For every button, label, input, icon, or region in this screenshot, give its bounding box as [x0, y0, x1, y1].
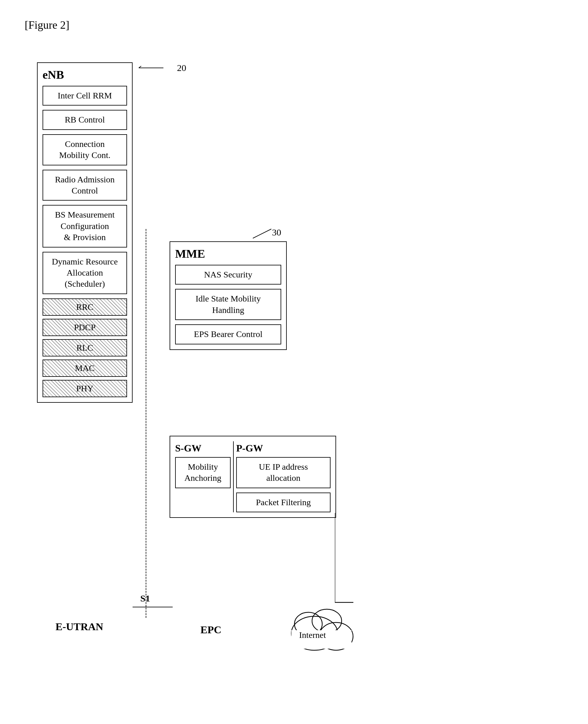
page: [Figure 2] 20 eNB Inter Cell RRM RB Cont…	[0, 0, 588, 724]
diagram-area: 20 eNB Inter Cell RRM RB Control Connect…	[25, 50, 563, 698]
enb-container: eNB Inter Cell RRM RB Control Connection…	[37, 62, 132, 403]
enb-func-mac: MAC	[43, 360, 127, 377]
s1-label: S1	[140, 593, 150, 604]
svg-line-3	[253, 229, 271, 238]
ref-30-area: 30	[253, 226, 290, 243]
mme-label: MME	[175, 247, 281, 260]
pgw-func-packet-filtering: Packet Filtering	[236, 492, 331, 512]
pgw-label: P-GW	[236, 443, 331, 454]
enb-label: eNB	[43, 68, 127, 81]
mme-func-idle-state-mobility: Idle State MobilityHandling	[175, 289, 281, 320]
s1-interface-line	[146, 229, 146, 618]
sgw-column: S-GW MobilityAnchoring	[175, 441, 234, 512]
pgw-func-ue-ip: UE IP addressallocation	[236, 457, 331, 488]
enb-func-pdcp: PDCP	[43, 319, 127, 336]
internet-cloud-svg	[290, 602, 361, 652]
epc-internet-line	[335, 513, 359, 608]
svg-point-7	[312, 609, 342, 632]
sgw-label: S-GW	[175, 443, 231, 454]
enb-func-rlc: RLC	[43, 339, 127, 357]
enb-func-inter-cell-rrm: Inter Cell RRM	[43, 86, 127, 105]
enb-func-rrc: RRC	[43, 298, 127, 316]
enb-func-rb-control: RB Control	[43, 110, 127, 129]
epc-inner: S-GW MobilityAnchoring P-GW UE IP addres…	[175, 441, 331, 512]
internet-label: Internet	[299, 630, 326, 640]
mme-container: MME NAS Security Idle State MobilityHand…	[170, 241, 287, 350]
e-utran-label: E-UTRAN	[56, 621, 103, 632]
mme-func-eps-bearer-control: EPS Bearer Control	[175, 324, 281, 344]
enb-func-connection-mobility: ConnectionMobility Cont.	[43, 134, 127, 165]
epc-label: EPC	[201, 624, 222, 636]
s1-h-line	[132, 605, 173, 608]
enb-func-radio-admission: Radio AdmissionControl	[43, 170, 127, 201]
enb-func-bs-measurement: BS MeasurementConfiguration& Provision	[43, 205, 127, 247]
ref-20: 20	[177, 63, 186, 73]
sgw-func-mobility-anchoring: MobilityAnchoring	[175, 457, 231, 488]
enb-func-dynamic-resource: Dynamic ResourceAllocation(Scheduler)	[43, 252, 127, 294]
epc-area: S-GW MobilityAnchoring P-GW UE IP addres…	[170, 436, 336, 518]
figure-label: [Figure 2]	[25, 19, 563, 32]
ref-30: 30	[272, 227, 281, 238]
pgw-column: P-GW UE IP addressallocation Packet Filt…	[234, 441, 331, 512]
enb-func-phy: PHY	[43, 380, 127, 397]
mme-func-nas-security: NAS Security	[175, 265, 281, 284]
